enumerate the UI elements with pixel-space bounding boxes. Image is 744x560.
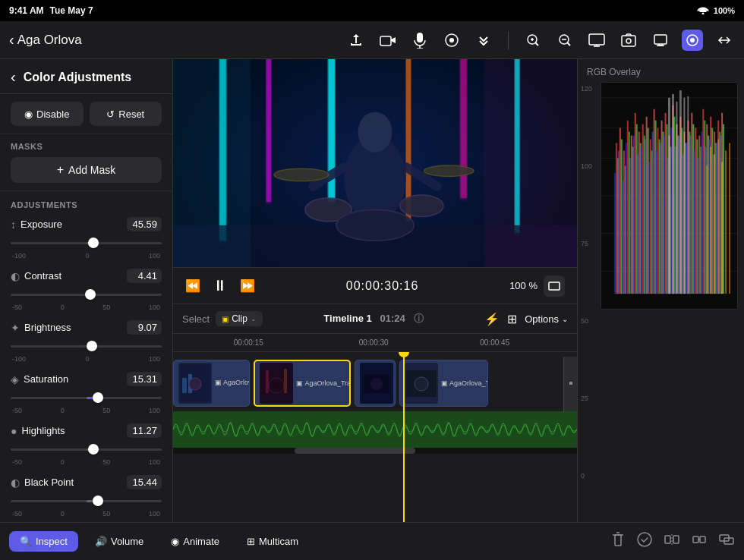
- svg-rect-14: [589, 34, 604, 45]
- status-time: 9:41 AM Tue May 7: [9, 5, 93, 16]
- video-frame: [173, 59, 577, 267]
- check-icon[interactable]: [636, 531, 653, 552]
- svg-rect-53: [284, 369, 287, 393]
- exposure-adjustment: ↕ Exposure 45.59 -100 0 100: [0, 214, 172, 266]
- clip-dropdown-icon: ⌄: [251, 315, 257, 322]
- timeline-name: Timeline 1 01:24 ⓘ: [263, 312, 484, 326]
- inspect-icon: 🔍: [20, 536, 32, 547]
- volume-tab[interactable]: 🔊 Volume: [84, 531, 154, 552]
- forward-button[interactable]: ⏩: [240, 278, 255, 293]
- blackpoint-value[interactable]: 15.44: [127, 475, 162, 489]
- rewind-button[interactable]: ⏪: [185, 278, 200, 293]
- adjustments-label: ADJUSTMENTS: [0, 197, 172, 214]
- contrast-value[interactable]: 4.41: [127, 269, 162, 283]
- svg-marker-1: [391, 37, 396, 43]
- bottom-bar: 🔍 Inspect 🔊 Volume ◉ Animate ⊞ Multicam: [0, 522, 744, 560]
- exposure-value[interactable]: 45.59: [127, 217, 162, 231]
- rgb-label-50: 50: [581, 317, 592, 325]
- ruler-mark-2: 00:00:30: [359, 338, 389, 347]
- brightness-slider[interactable]: [11, 338, 162, 354]
- rgb-label-100: 100: [581, 162, 592, 170]
- play-pause-button[interactable]: ⏸: [213, 277, 228, 294]
- nav-back-button[interactable]: ‹ Aga Orlova: [9, 31, 82, 49]
- blackpoint-icon: ◐: [11, 477, 20, 489]
- zoom-out-icon[interactable]: [554, 30, 575, 51]
- ruler-mark-3: 00:00:45: [480, 338, 509, 347]
- blackpoint-slider[interactable]: [11, 492, 162, 509]
- options-button[interactable]: Options ⌄: [525, 313, 568, 325]
- svg-rect-173: [673, 536, 679, 543]
- status-bar: 9:41 AM Tue May 7 100%: [0, 0, 744, 21]
- clip-2-filmstrip-icon: ▣: [296, 379, 303, 387]
- cast-icon[interactable]: [650, 30, 671, 51]
- time: 9:41 AM: [9, 5, 44, 16]
- timeline-end-handle[interactable]: [563, 357, 577, 411]
- clip-2-label: AgaOrlova_Track_CU03: [304, 379, 349, 387]
- split-icon[interactable]: [664, 531, 680, 552]
- svg-rect-17: [622, 36, 635, 46]
- clip-4[interactable]: ▣ AgaOrlova_Track_WideC...: [399, 360, 488, 407]
- brightness-value[interactable]: 9.07: [127, 320, 162, 335]
- clip-badge-icon: ▣: [222, 315, 229, 323]
- saturation-slider[interactable]: [11, 389, 162, 406]
- panel-back-button[interactable]: ‹: [11, 68, 16, 86]
- rgb-label-25: 25: [581, 395, 592, 402]
- scene-svg: [173, 59, 577, 267]
- clip-3[interactable]: A...: [355, 360, 395, 407]
- rgb-label-0: 0: [581, 472, 592, 480]
- trim-icon[interactable]: [691, 531, 708, 552]
- exposure-slider[interactable]: [11, 234, 162, 251]
- camera-icon[interactable]: [377, 30, 399, 51]
- svg-point-51: [269, 378, 284, 393]
- clip-badge[interactable]: ▣ Clip ⌄: [216, 311, 263, 326]
- link-icon[interactable]: ⚡: [484, 312, 500, 326]
- trash-icon[interactable]: [610, 531, 626, 552]
- contrast-icon: ◐: [11, 270, 20, 282]
- bottom-right-icons: [610, 531, 735, 552]
- highlights-value[interactable]: 11.27: [127, 423, 162, 438]
- highlights-adjustment: ● Highlights 11.27 -50 0 50 100: [0, 420, 172, 472]
- clip-1[interactable]: ▣ AgaOrlova_Track_Wid...: [173, 360, 250, 407]
- timeline-scrollbar[interactable]: [173, 448, 577, 454]
- reset-button[interactable]: ↺ Reset: [90, 102, 162, 126]
- blackpoint-label: Black Point: [24, 477, 74, 488]
- add-mask-button[interactable]: + Add Mask: [11, 157, 162, 183]
- select-label: Select: [182, 313, 210, 325]
- highlights-slider[interactable]: [11, 441, 162, 458]
- saturation-value[interactable]: 15.31: [127, 372, 162, 386]
- svg-rect-2: [417, 33, 423, 42]
- status-right: 100%: [697, 5, 735, 16]
- zoom-in-icon[interactable]: [522, 30, 544, 51]
- audio-track: [173, 411, 577, 448]
- photo-icon[interactable]: [618, 30, 639, 51]
- arrows-icon[interactable]: [714, 30, 735, 51]
- clip-2[interactable]: ▣ AgaOrlova_Track_CU03: [254, 360, 351, 407]
- info-icon[interactable]: ⓘ: [414, 313, 424, 324]
- exposure-label: Exposure: [20, 219, 62, 230]
- active-tool-icon[interactable]: [682, 30, 703, 51]
- mic-icon[interactable]: [409, 30, 430, 51]
- timeline-header: Select ▣ Clip ⌄ Timeline 1 01:24 ⓘ ⚡ ⊞ O…: [173, 304, 577, 334]
- multicam-icon: ⊞: [247, 536, 255, 547]
- arrange-icon[interactable]: [718, 531, 735, 552]
- clip-4-filmstrip-icon: ▣: [441, 379, 448, 387]
- left-panel: ‹ Color Adjustments ◉ Disable ↺ Reset MA…: [0, 59, 173, 560]
- timeline-scroll-thumb[interactable]: [295, 448, 416, 454]
- panel-header: ‹ Color Adjustments: [0, 59, 172, 94]
- volume-icon: 🔊: [95, 536, 107, 547]
- multicam-tab[interactable]: ⊞ Multicam: [236, 531, 309, 552]
- contrast-slider[interactable]: [11, 286, 162, 303]
- brightness-icon: ✦: [11, 322, 20, 334]
- wifi-icon: [697, 5, 709, 16]
- screen-icon[interactable]: [586, 30, 607, 51]
- grid-icon[interactable]: ⊞: [507, 312, 517, 326]
- arrow-icon[interactable]: [473, 30, 494, 51]
- inspect-tab[interactable]: 🔍 Inspect: [9, 531, 78, 552]
- disable-button[interactable]: ◉ Disable: [11, 102, 84, 126]
- mark-icon[interactable]: [441, 30, 462, 51]
- share-icon[interactable]: [345, 30, 367, 51]
- animate-tab[interactable]: ◉ Animate: [160, 531, 230, 552]
- aspect-ratio-button[interactable]: [544, 275, 565, 297]
- svg-line-10: [535, 42, 538, 46]
- ruler-mark-1: 00:00:15: [234, 338, 263, 347]
